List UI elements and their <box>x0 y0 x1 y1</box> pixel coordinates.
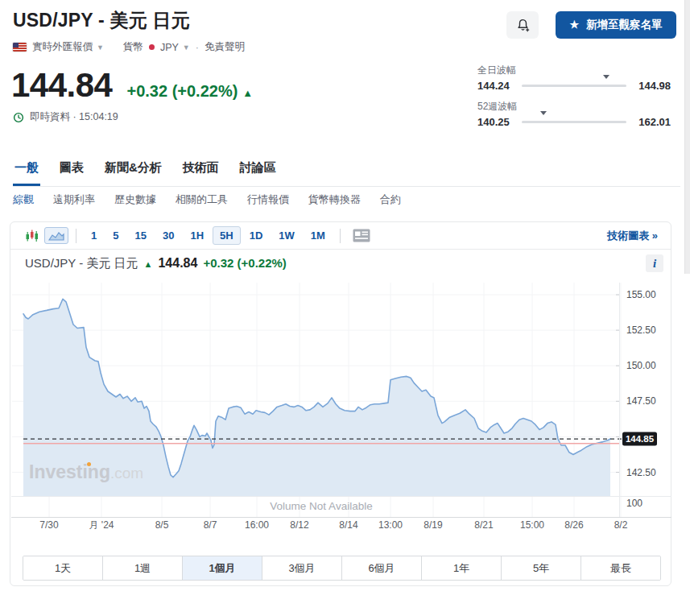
last-price: 144.84 <box>11 66 112 105</box>
add-to-watchlist-button[interactable]: ★ 新增至觀察名單 <box>556 11 676 39</box>
tab-2[interactable]: 新聞&分析 <box>103 155 163 186</box>
timeframe-button-5H[interactable]: 5H <box>213 226 241 245</box>
timeframe-button-1W[interactable]: 1W <box>271 226 302 245</box>
period-button-7[interactable]: 最長 <box>581 556 660 580</box>
scrollbar[interactable] <box>684 0 690 274</box>
52w-range-marker-icon <box>540 115 547 130</box>
timeframe-button-30[interactable]: 30 <box>155 226 181 245</box>
subtab-3[interactable]: 相關的工具 <box>176 192 228 207</box>
x-tick-label: 8/7 <box>204 519 217 531</box>
timeframe-button-1[interactable]: 1 <box>84 226 104 245</box>
chevron-down-icon: ▼ <box>97 43 104 52</box>
x-tick-label: 月 '24 <box>89 519 114 531</box>
52w-range: 140.25 162.01 <box>477 116 671 128</box>
tab-4[interactable]: 討論區 <box>238 155 278 186</box>
day-range: 144.24 144.98 <box>477 80 671 92</box>
star-icon: ★ <box>569 19 579 31</box>
news-panel-icon <box>353 229 370 242</box>
timeframe-button-5[interactable]: 5 <box>105 226 126 245</box>
subtab-6[interactable]: 合約 <box>380 192 401 207</box>
day-range-high: 144.98 <box>634 80 671 92</box>
main-tabs: 一般圖表新聞&分析技術面討論區 <box>13 155 680 187</box>
day-range-slider <box>522 85 626 87</box>
up-arrow-icon: ▲ <box>144 259 153 269</box>
breadcrumb-category[interactable]: 貨幣 <box>123 40 143 54</box>
area-chart-button[interactable] <box>44 227 68 244</box>
chart-card: 1515301H5H1D1W1M 技術圖表 » USD/JPY - 美元 日元 … <box>10 221 671 586</box>
tab-3[interactable]: 技術面 <box>181 155 221 186</box>
day-range-label: 全日波幅 <box>477 64 671 77</box>
timeframe-button-15[interactable]: 15 <box>127 226 153 245</box>
volume-tick-label: 100 <box>626 498 642 509</box>
x-tick-label: 8/2 <box>614 519 628 531</box>
info-icon[interactable]: i <box>646 254 663 272</box>
period-button-5[interactable]: 1年 <box>421 556 501 580</box>
toolbar-divider <box>340 229 341 243</box>
x-tick-label: 8/12 <box>290 519 309 531</box>
breadcrumb: 實時外匯報價 ▼ 貨幣 JPY ▼ · 免責聲明 <box>13 40 245 54</box>
y-tick-label: 150.00 <box>626 360 656 371</box>
period-button-1[interactable]: 1週 <box>102 556 182 580</box>
subtab-2[interactable]: 歷史數據 <box>114 192 156 207</box>
clock-icon <box>13 112 24 123</box>
price-change: +0.32 (+0.22%)▲ <box>126 82 253 101</box>
x-tick-label: 8/21 <box>474 519 494 531</box>
candlestick-chart-button[interactable] <box>20 226 44 246</box>
x-tick-label: 8/26 <box>564 519 584 531</box>
alert-button[interactable] <box>506 11 539 39</box>
candlestick-chart-icon <box>25 229 39 243</box>
period-button-2[interactable]: 1個月 <box>182 556 262 580</box>
52w-range-slider <box>522 121 626 123</box>
52w-range-low: 140.25 <box>477 116 514 128</box>
x-tick-label: 8/5 <box>155 519 169 531</box>
breadcrumb-market[interactable]: 實時外匯報價 ▼ <box>32 40 104 54</box>
dot-separator: · <box>196 42 199 53</box>
tab-1[interactable]: 圖表 <box>58 155 85 186</box>
x-tick-label: 7/30 <box>39 519 59 531</box>
volume-note: Volume Not Available <box>270 500 372 512</box>
area-chart-icon <box>48 229 64 242</box>
timeframe-button-1H[interactable]: 1H <box>183 226 211 245</box>
52w-range-label: 52週波幅 <box>477 100 671 114</box>
y-tick-label: 152.50 <box>626 325 656 336</box>
period-button-3[interactable]: 3個月 <box>262 556 341 580</box>
subtab-4[interactable]: 行情報價 <box>247 192 289 207</box>
us-flag-icon <box>13 43 27 52</box>
ranges-panel: 全日波幅 144.24 144.98 52週波幅 140.25 162.01 <box>477 64 671 136</box>
period-button-6[interactable]: 5年 <box>501 556 581 580</box>
y-tick-label: 155.00 <box>626 289 656 300</box>
chart-toolbar: 1515301H5H1D1W1M 技術圖表 » <box>10 222 671 250</box>
subtab-5[interactable]: 貨幣轉換器 <box>308 192 361 207</box>
current-price-tag-label: 144.85 <box>626 434 655 444</box>
breadcrumb-currency[interactable]: JPY ▼ <box>160 42 190 53</box>
period-button-4[interactable]: 6個月 <box>341 556 421 580</box>
tab-0[interactable]: 一般 <box>13 155 40 186</box>
period-button-0[interactable]: 1天 <box>23 556 102 580</box>
quote-row: 144.84 +0.32 (+0.22%)▲ <box>11 66 253 105</box>
day-range-low: 144.24 <box>477 80 514 92</box>
price-chart-canvas[interactable]: 155.00152.50150.00147.50142.50100Volume … <box>10 279 672 532</box>
chart-instrument-name: USD/JPY - 美元 日元 <box>25 256 138 271</box>
timeframe-button-1D[interactable]: 1D <box>242 226 271 245</box>
chevron-down-icon: ▼ <box>183 43 190 52</box>
sub-tabs: 綜觀遠期利率歷史數據相關的工具行情報價貨幣轉換器合約 <box>13 192 401 207</box>
chart-header: USD/JPY - 美元 日元 ▲ 144.84 +0.32 (+0.22%) <box>25 256 287 271</box>
x-tick-label: 16:00 <box>245 519 269 531</box>
y-tick-label: 142.50 <box>626 467 656 478</box>
period-selector: 1天1週1個月3個月6個月1年5年最長 <box>23 556 661 581</box>
x-tick-label: 8/14 <box>339 519 358 531</box>
subtab-1[interactable]: 遠期利率 <box>53 192 95 207</box>
price-area <box>23 299 610 496</box>
disclaimer-link[interactable]: 免責聲明 <box>205 40 245 54</box>
technical-chart-link[interactable]: 技術圖表 » <box>607 229 661 243</box>
toolbar-divider <box>76 229 76 243</box>
timeframe-button-1M[interactable]: 1M <box>304 226 333 245</box>
news-panel-button[interactable] <box>348 226 375 245</box>
quote-status: 即時資料 · 15:04:19 <box>13 110 118 124</box>
x-tick-label: 13:00 <box>378 519 403 531</box>
chart-last-price: 144.84 <box>158 256 197 271</box>
x-tick-label: 15:00 <box>520 519 544 531</box>
subtab-0[interactable]: 綜觀 <box>13 192 34 207</box>
bell-add-icon <box>515 18 531 33</box>
y-tick-label: 147.50 <box>626 395 656 407</box>
